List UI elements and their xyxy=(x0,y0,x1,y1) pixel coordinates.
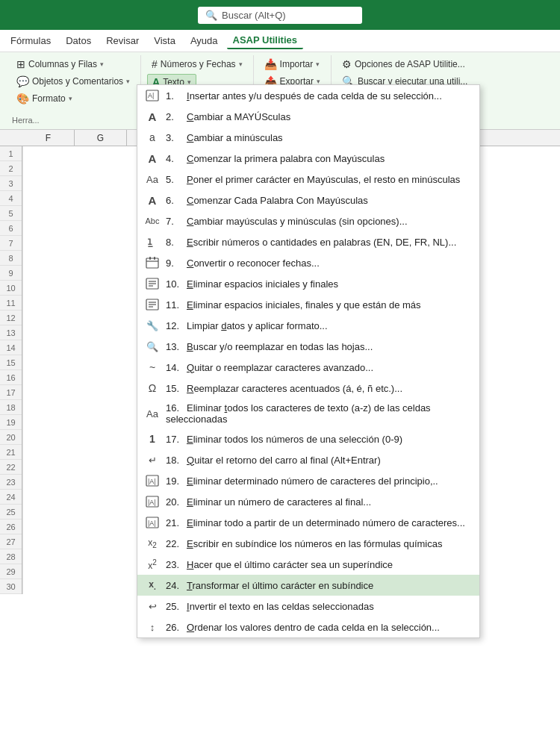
dropdown-item-19[interactable]: |A|19.Eliminar determinado número de car… xyxy=(137,470,479,491)
dropdown-item-num-23: 23. xyxy=(166,559,184,570)
import-icon: 📥 xyxy=(264,58,277,70)
dropdown-item-9[interactable]: 9.Convertir o reconocer fechas... xyxy=(137,252,479,273)
svg-rect-6 xyxy=(154,257,155,260)
dropdown-item-text-16: 16.Eliminar todos los caracteres de text… xyxy=(166,402,472,425)
chevron-down-icon2: ▾ xyxy=(126,78,130,85)
dropdown-item-text-17: 17.Eliminar todos los números de una sel… xyxy=(166,434,402,445)
dropdown-item-13[interactable]: 🔍13.Buscar y/o reemplazar en todas las h… xyxy=(137,336,479,357)
row-num-23: 23 xyxy=(0,475,22,490)
dropdown-item-text-10: 10.Eliminar espacios iniciales y finales xyxy=(166,278,338,290)
dropdown-item-text-5: 5.Poner el primer carácter en Mayúsculas… xyxy=(166,174,460,185)
menu-vista[interactable]: Vista xyxy=(148,33,181,49)
dropdown-item-text-20: 20.Eliminar un número de caracteres al f… xyxy=(166,496,371,508)
chevron-down-icon3: ▾ xyxy=(69,95,72,102)
row-num-8: 8 xyxy=(0,251,22,266)
dropdown-icon-14: ~ xyxy=(145,361,160,373)
dropdown-item-text-18: 18.Quitar el retorno del carro al final … xyxy=(166,455,381,466)
row-num-21: 21 xyxy=(0,445,22,460)
ribbon-btn-columnas[interactable]: ⊞ Columnas y Filas ▾ xyxy=(12,57,108,72)
svg-text:|A|: |A| xyxy=(148,499,156,506)
row-num-2: 2 xyxy=(0,161,22,176)
svg-text:|A|: |A| xyxy=(148,520,156,527)
dropdown-item-text-21: 21.Eliminar todo a partir de un determin… xyxy=(166,517,465,528)
dropdown-item-16[interactable]: Aa16.Eliminar todos los caracteres de te… xyxy=(137,399,479,428)
dropdown-item-17[interactable]: 117.Eliminar todos los números de una se… xyxy=(137,428,479,449)
ribbon-section-label-herr: Herra... xyxy=(12,114,40,125)
dropdown-item-text-13: 13.Buscar y/o reemplazar en todas las ho… xyxy=(166,341,373,352)
dropdown-item-14[interactable]: ~14.Quitar o reemplazar caracteres avanz… xyxy=(137,357,479,378)
dropdown-item-text-25: 25.Invertir el texto en las celdas selec… xyxy=(166,601,374,612)
dropdown-item-23[interactable]: x223.Hacer que el último carácter sea un… xyxy=(137,554,479,575)
dropdown-item-25[interactable]: ↩25.Invertir el texto en las celdas sele… xyxy=(137,596,479,617)
ribbon-btn-numeros[interactable]: # Números y Fechas ▾ xyxy=(147,57,247,72)
dropdown-item-4[interactable]: A4.Comenzar la primera palabra con Mayús… xyxy=(137,148,479,169)
dropdown-item-num-2: 2. xyxy=(166,111,184,122)
chevron-down-icon8: ▾ xyxy=(316,60,320,68)
dropdown-item-3[interactable]: a3.Cambiar a minúsculas xyxy=(137,127,479,148)
search-box[interactable]: 🔍 Buscar (Alt+Q) xyxy=(198,7,362,24)
dropdown-item-text-1: 1.Insertar antes y/u después de cada cel… xyxy=(166,90,442,102)
dropdown-item-22[interactable]: x222.Escribir en subíndice los números e… xyxy=(137,533,479,554)
svg-text:A|: A| xyxy=(148,92,154,99)
row-num-12: 12 xyxy=(0,311,22,325)
dropdown-item-20[interactable]: |A|20.Eliminar un número de caracteres a… xyxy=(137,491,479,512)
row-num-14: 14 xyxy=(0,340,22,355)
menu-formulas[interactable]: Fórmulas xyxy=(4,33,57,49)
dropdown-item-1[interactable]: A|1.Insertar antes y/u después de cada c… xyxy=(137,85,479,106)
row-num-25: 25 xyxy=(0,505,22,520)
dropdown-item-num-13: 13. xyxy=(166,341,184,352)
dropdown-item-15[interactable]: Ω15.Reemplazar caracteres acentuados (á,… xyxy=(137,378,479,399)
ribbon-btn-objetos[interactable]: 💬 Objetos y Comentarios ▾ xyxy=(12,74,134,89)
dropdown-icon-2: A xyxy=(145,110,160,123)
dropdown-item-12[interactable]: 🔧12.Limpiar datos y aplicar formato... xyxy=(137,315,479,336)
row-num-26: 26 xyxy=(0,520,22,534)
dropdown-item-num-19: 19. xyxy=(166,475,184,487)
ribbon-btn-importar[interactable]: 📥 Importar ▾ xyxy=(260,57,325,72)
dropdown-item-18[interactable]: ↵18.Quitar el retorno del carro al final… xyxy=(137,449,479,470)
dropdown-item-text-22: 22.Escribir en subíndice los números en … xyxy=(166,538,442,549)
dropdown-icon-12: 🔧 xyxy=(145,320,160,331)
col-header-g: G xyxy=(75,130,127,146)
row-num-3: 3 xyxy=(0,176,22,191)
dropdown-item-7[interactable]: Abc7.Cambiar mayúsculas y minúsculas (si… xyxy=(137,210,479,231)
dropdown-icon-25: ↩ xyxy=(145,601,160,612)
row-num-9: 9 xyxy=(0,266,22,281)
dropdown-icon-22: x2 xyxy=(145,537,160,549)
menu-asap[interactable]: ASAP Utilities xyxy=(227,32,303,49)
ribbon-btn-formato[interactable]: 🎨 Formato ▾ xyxy=(12,91,77,106)
menu-revisar[interactable]: Revisar xyxy=(100,33,145,49)
dropdown-item-num-1: 1. xyxy=(166,90,184,102)
dropdown-item-text-4: 4.Comenzar la primera palabra con Mayúsc… xyxy=(166,153,385,164)
dropdown-icon-5: Aa xyxy=(145,174,160,185)
dropdown-menu: A|1.Insertar antes y/u después de cada c… xyxy=(137,84,480,638)
dropdown-item-8[interactable]: 1̲8.Escribir números o cantidades en pal… xyxy=(137,231,479,252)
dropdown-item-26[interactable]: ↕26.Ordenar los valores dentro de cada c… xyxy=(137,617,479,637)
dropdown-icon-6: A xyxy=(145,194,160,207)
dropdown-item-text-7: 7.Cambiar mayúsculas y minúsculas (sin o… xyxy=(166,216,408,227)
row-num-30: 30 xyxy=(0,579,22,594)
dropdown-item-num-25: 25. xyxy=(166,601,184,612)
ribbon-btn-options[interactable]: ⚙ Opciones de ASAP Utilitie... xyxy=(337,57,470,72)
col-header-f: F xyxy=(22,130,75,146)
dropdown-icon-7: Abc xyxy=(145,216,160,225)
dropdown-icon-3: a xyxy=(145,131,160,143)
row-num-5: 5 xyxy=(0,206,22,221)
dropdown-item-2[interactable]: A2.Cambiar a MAYÚSculas xyxy=(137,106,479,127)
dropdown-item-10[interactable]: 10.Eliminar espacios iniciales y finales xyxy=(137,273,479,294)
ribbon-group-left: ⊞ Columnas y Filas ▾ 💬 Objetos y Comenta… xyxy=(6,55,141,126)
row-num-19: 19 xyxy=(0,415,22,430)
dropdown-icon-26: ↕ xyxy=(145,622,160,633)
menu-ayuda[interactable]: Ayuda xyxy=(184,33,224,49)
format-icon: 🎨 xyxy=(16,93,29,104)
dropdown-item-text-14: 14.Quitar o reemplazar caracteres avanza… xyxy=(166,362,373,373)
dropdown-item-21[interactable]: |A|21.Eliminar todo a partir de un deter… xyxy=(137,512,479,533)
dropdown-item-6[interactable]: A6.Comenzar Cada Palabra Con Mayúsculas xyxy=(137,190,479,210)
svg-rect-5 xyxy=(149,257,151,260)
dropdown-item-5[interactable]: Aa5.Poner el primer carácter en Mayúscul… xyxy=(137,169,479,190)
menu-datos[interactable]: Datos xyxy=(60,33,97,49)
chevron-down-icon4: ▾ xyxy=(239,60,243,68)
dropdown-item-11[interactable]: 11.Eliminar espacios iniciales, finales … xyxy=(137,294,479,315)
dropdown-item-24[interactable]: x.24.Transformar el último carácter en s… xyxy=(137,575,479,596)
row-num-17: 17 xyxy=(0,385,22,400)
menu-bar: Fórmulas Datos Revisar Vista Ayuda ASAP … xyxy=(0,30,560,52)
